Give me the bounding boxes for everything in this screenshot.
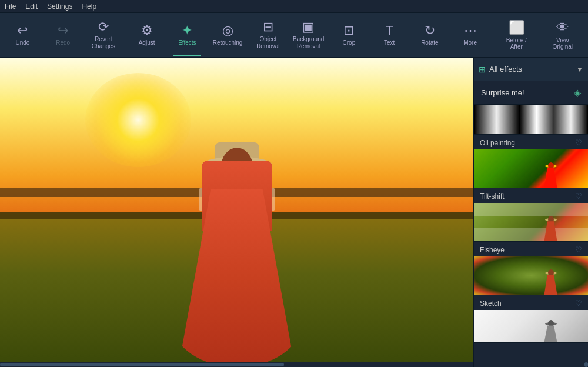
thumb-tilt-bg [474,203,588,241]
effect-header-fisheye: Fisheye ♡ [474,242,588,256]
revert-label: RevertChanges [92,36,115,50]
effects-icon: ✦ [182,24,192,37]
retouching-icon: ◎ [222,24,233,37]
figure-dress [172,189,302,367]
revert-button[interactable]: ⟳ RevertChanges [83,15,124,56]
canvas-scrollbar[interactable] [0,362,473,367]
redo-icon: ↪ [58,24,68,37]
thumb-dress-fisheye [544,275,557,295]
toolbar: ↩ Undo ↪ Redo ⟳ RevertChanges ⚙ Adjust ✦… [0,13,588,58]
undo-icon: ↩ [17,24,28,37]
effect-thumb-tilt [474,203,588,241]
effect-thumb-sketch [474,310,588,342]
right-panel: ⊞ All effects ▼ Surprise me! ◈ Oil paint… [473,58,588,367]
thumb-fisheye-bg [474,256,588,295]
panel-header: ⊞ All effects ▼ [474,58,588,81]
more-icon: ⋯ [464,24,477,37]
rotate-icon: ↻ [425,24,435,37]
crop-button[interactable]: ⊡ Crop [329,15,369,56]
effects-label: Effects [178,39,196,46]
thumb-dress-tilt [544,221,557,241]
text-button[interactable]: T Text [369,15,410,56]
thumb-sketch-bg [474,310,588,342]
thumb-figure-tilt [542,211,560,241]
object-removal-label: ObjectRemoval [256,36,279,50]
object-removal-button[interactable]: ⊟ ObjectRemoval [248,15,288,56]
panel-header-left: ⊞ All effects [479,65,522,74]
revert-icon: ⟳ [98,21,109,34]
rotate-label: Rotate [421,39,438,46]
canvas-area [0,58,473,367]
effect-header-sketch: Sketch ♡ [474,295,588,310]
heart-fisheye[interactable]: ♡ [575,245,582,254]
separator-2 [492,21,492,50]
surprise-row[interactable]: Surprise me! ◈ [474,81,588,105]
scene-figure [161,119,313,367]
rotate-button[interactable]: ↻ Rotate [409,15,450,56]
object-removal-icon: ⊟ [263,21,273,34]
background-removal-label: BackgroundRemoval [293,36,324,50]
effects-button[interactable]: ✦ Effects [167,15,208,56]
before-after-button[interactable]: ⬜ Before /After [493,15,540,56]
adjust-label: Adjust [139,39,155,46]
view-original-icon: 👁 [556,20,569,35]
undo-button[interactable]: ↩ Undo [2,15,43,56]
effect-thumb-fisheye [474,256,588,295]
effect-name-sketch: Sketch [480,299,502,308]
heart-tilt[interactable]: ♡ [575,192,582,201]
text-label: Text [384,39,395,46]
effect-header-oil: Oil painting ♡ [474,135,588,149]
effects-list: Oil painting ♡ Tilt-shift [474,135,588,362]
thumb-figure-fisheye [542,264,560,295]
panel-title: All effects [489,65,522,74]
crop-icon: ⊡ [343,24,354,37]
thumb-oil-bg [474,149,588,188]
before-after-icon: ⬜ [509,20,524,35]
heart-sketch[interactable]: ♡ [575,299,582,308]
background-removal-icon: ▣ [302,21,315,34]
menu-settings[interactable]: Settings [47,2,72,11]
heart-oil[interactable]: ♡ [575,138,582,147]
text-icon: T [385,24,393,37]
thumb-dress-sketch [544,325,557,342]
adjust-icon: ⚙ [141,24,153,37]
thumb-dress-oil [544,168,557,188]
menu-bar: File Edit Settings Help [0,0,588,13]
photo-scene [0,58,473,367]
before-after-label: Before /After [506,37,527,50]
redo-label: Redo [56,39,70,46]
adjust-button[interactable]: ⚙ Adjust [126,15,167,56]
surprise-icon: ◈ [574,87,581,98]
effects-dropdown-arrow[interactable]: ▼ [576,65,583,74]
effect-item-oil-painting[interactable]: Oil painting ♡ [474,135,588,188]
undo-label: Undo [15,39,29,46]
surprise-thumb [474,105,588,134]
background-removal-button[interactable]: ▣ BackgroundRemoval [288,15,329,56]
thumb-tilt-blur-bottom [474,228,588,241]
crop-label: Crop [343,39,356,46]
canvas-scrollbar-thumb [0,363,284,366]
view-original-label: ViewOriginal [553,37,573,50]
thumb-figure-sketch [542,316,560,342]
main-area: ⊞ All effects ▼ Surprise me! ◈ Oil paint… [0,58,588,367]
grid-icon: ⊞ [479,65,486,74]
surprise-label: Surprise me! [481,88,524,97]
surprise-thumb-item[interactable] [474,105,588,135]
menu-file[interactable]: File [5,2,16,11]
menu-edit[interactable]: Edit [25,2,38,11]
panel-scrollbar-thumb[interactable] [584,362,588,367]
effect-name-tilt: Tilt-shift [480,192,505,201]
redo-button[interactable]: ↪ Redo [43,15,83,56]
menu-help[interactable]: Help [82,2,96,11]
retouching-label: Retouching [213,39,243,46]
more-button[interactable]: ⋯ More [450,15,490,56]
separator-1 [125,21,125,50]
effect-item-fisheye[interactable]: Fisheye ♡ [474,242,588,295]
view-original-button[interactable]: 👁 ViewOriginal [540,15,586,56]
effect-thumb-oil [474,149,588,188]
effect-item-tilt-shift[interactable]: Tilt-shift ♡ [474,188,588,242]
effect-name-oil: Oil painting [480,139,515,147]
effect-item-sketch[interactable]: Sketch ♡ [474,295,588,343]
retouching-button[interactable]: ◎ Retouching [208,15,248,56]
panel-scroll-indicator [474,362,588,367]
